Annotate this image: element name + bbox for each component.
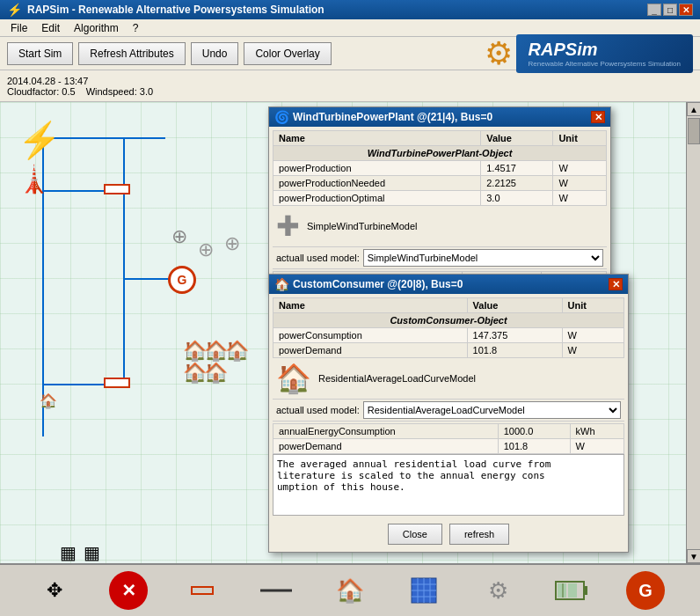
wind-turbine-dialog: 🌀 WindTurbinePowerPlant @(21|4), Bus=0 ✕… [268,106,611,291]
consumer-dialog-buttons: Close refresh [273,518,624,548]
refresh-attributes-button[interactable]: Refresh Attributes [78,42,185,65]
wind-turbine-attr-table: Name Value Unit WindTurbinePowerPlant-Ob… [273,130,607,206]
svg-rect-11 [558,583,566,598]
menu-file[interactable]: File [4,20,34,36]
house-3: 🏠 [225,340,249,363]
battery-tool-svg [554,575,589,606]
wind-dialog-icon: 🌀 [274,110,289,124]
wire-v-lower [123,313,125,384]
scrollbar-right[interactable]: ▲ ▼ [686,102,700,563]
color-overlay-button[interactable]: Color Overlay [244,42,331,65]
table-row: powerProductionOptimal 3.0 W [273,191,607,206]
col-value: Value [481,131,553,146]
wind-section-header: WindTurbinePowerPlant-Object [273,146,607,161]
maximize-button[interactable]: □ [663,4,677,16]
battery-tool-icon[interactable] [552,571,591,610]
window-controls[interactable]: _ □ ✕ [647,4,693,16]
svg-rect-0 [192,587,213,594]
house-4: 🏠 [183,362,207,385]
info-bar: 2014.04.28 - 13:47 Cloudfactor: 0.5 Wind… [0,70,700,102]
consumer-model-select[interactable]: ResidentialAverageLoadCurveModel [363,401,621,419]
house-2: 🏠 [204,340,228,363]
wire-h-gen [123,278,171,280]
table-row: powerConsumption 147.375 W [273,328,624,343]
wind-model-select[interactable]: SimpleWindTurbineModel [363,249,603,267]
wire-tool-svg [186,575,218,606]
resistor-1 [104,184,130,194]
svg-rect-10 [584,586,587,595]
consumer-col-name: Name [273,298,468,313]
consumer-extra-table: annualEnergyConsumption 1000.0 kWh power… [273,423,624,454]
scrollbar-thumb[interactable] [688,118,700,144]
line-tool-icon[interactable] [257,571,295,610]
wind-turbine-dialog-title: WindTurbinePowerPlant @(21|4), Bus=0 [293,111,492,123]
minimize-button[interactable]: _ [647,4,661,16]
consumer-model-label: ResidentialAverageLoadCurveModel [318,373,476,384]
custom-consumer-dialog-titlebar[interactable]: 🏠 CustomConsumer @(20|8), Bus=0 ✕ [269,275,628,294]
table-row: powerDemand 101.8 W [273,439,624,454]
consumer-dialog-icon: 🏠 [274,277,289,291]
wind-turbine-close-btn[interactable]: ✕ [591,111,605,123]
consumer-model-row: 🏠 ResidentialAverageLoadCurveModel [273,358,624,399]
table-row: powerProductionNeeded 2.2125 W [273,176,607,191]
pylon-2: 🗼 [18,164,50,194]
logo-box: RAPSim Renewable Alternative Powersystem… [516,34,693,73]
logo-subtext: Renewable Alternative Powersystems Simul… [529,60,681,68]
solar-tool-icon[interactable] [405,571,443,610]
col-unit: Unit [553,131,607,146]
consumer-attr-table: Name Value Unit CustomConsumer-Object po… [273,297,624,358]
col-name: Name [273,131,481,146]
toolbar: Start Sim Refresh Attributes Undo Color … [0,37,700,70]
wind-dropdown-row: actuall used model: SimpleWindTurbineMod… [273,246,607,269]
wind-model-label: SimpleWindTurbineModel [307,221,418,231]
close-dialog-button[interactable]: Close [388,524,442,545]
consumer-model-icon: 🏠 [276,362,311,395]
generator-node: G [168,266,196,294]
svg-rect-12 [568,583,577,598]
custom-consumer-close-btn[interactable]: ✕ [609,278,623,290]
scroll-down-button[interactable]: ▼ [687,549,700,563]
custom-consumer-dialog: 🏠 CustomConsumer @(20|8), Bus=0 ✕ Name V… [268,274,629,553]
menu-algorithm[interactable]: Algorithm [67,20,126,36]
consumer-description[interactable]: The averaged annual residential load cur… [273,454,624,516]
consumer-section-header: CustomConsumer-Object [273,313,624,328]
close-button[interactable]: ✕ [679,4,693,16]
wind-dropdown-label: actuall used model: [276,253,360,263]
wind-model-icon: ✚ [276,209,300,243]
solar-panel-2: ▦ [84,542,100,563]
wind-turbine-2: ⊕ [198,238,214,261]
house-tool-icon[interactable]: 🏠 [331,571,369,610]
house-1: 🏠 [183,340,207,363]
datetime-display: 2014.04.28 - 13:47 [7,76,693,86]
menu-help[interactable]: ? [126,20,146,36]
undo-button[interactable]: Undo [191,42,239,65]
title-bar: ⚡ RAPSim - Renewable Alternative Powersy… [0,0,700,19]
app-icon: ⚡ [7,3,22,17]
window-title: RAPSim - Renewable Alternative Powersyst… [27,4,324,16]
cloud-factor: Cloudfactor: 0.5 [7,86,76,97]
delete-tool-icon[interactable]: ✕ [109,571,148,610]
start-sim-button[interactable]: Start Sim [7,42,73,65]
scroll-up-button[interactable]: ▲ [687,102,700,116]
menu-edit[interactable]: Edit [34,20,67,36]
wind-model-row: ✚ SimpleWindTurbineModel [273,206,607,246]
main-canvas-area: ⚡ 🗼 G ⊕ ⊕ ⊕ 🏠 🏠 🏠 🏠 🏠 🏠 ▦ ▦ 🌀 Wi [0,102,700,563]
generator-tool-icon[interactable]: G [626,571,665,610]
logo-text: RAPSim [529,40,598,59]
solar-tool-svg [408,575,440,606]
wind-tool-icon[interactable]: ⚙ [478,571,517,610]
bottom-toolbar: ✥ ✕ 🏠 ⚙ G [0,563,700,616]
consumer-dropdown-row: actuall used model: ResidentialAverageLo… [273,399,624,422]
simulation-canvas[interactable]: ⚡ 🗼 G ⊕ ⊕ ⊕ 🏠 🏠 🏠 🏠 🏠 🏠 ▦ ▦ 🌀 Wi [0,102,686,563]
wire-tool-icon[interactable] [183,571,222,610]
consumer-col-value: Value [467,298,562,313]
house-small-1: 🏠 [40,392,57,409]
move-tool-icon[interactable]: ✥ [35,571,74,610]
pylon-1: ⚡ [18,120,62,161]
wind-speed: Windspeed: 3.0 [86,86,153,97]
refresh-dialog-button[interactable]: refresh [449,524,509,545]
table-row: annualEnergyConsumption 1000.0 kWh [273,424,624,439]
custom-consumer-dialog-title: CustomConsumer @(20|8), Bus=0 [293,278,463,290]
wind-turbine-dialog-titlebar[interactable]: 🌀 WindTurbinePowerPlant @(21|4), Bus=0 ✕ [269,107,610,127]
scrollbar-track [687,116,700,549]
